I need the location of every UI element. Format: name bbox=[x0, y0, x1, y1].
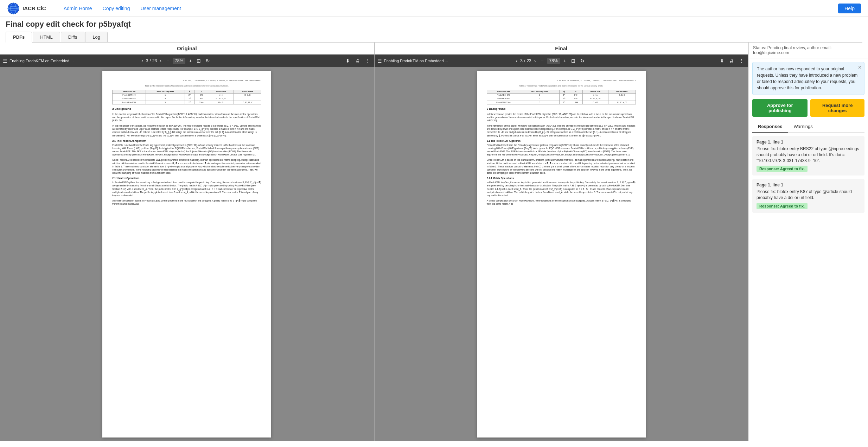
original-zoom: 78% bbox=[173, 58, 185, 64]
page-header: Final copy edit check for p5byafqt PDFs … bbox=[0, 17, 868, 43]
original-section-heading-2: 2.1.1 Matrix Operations bbox=[112, 177, 261, 180]
final-zoom: 78% bbox=[547, 58, 560, 64]
final-pdf-title: Enabling FrodoKEM on Embedded ... bbox=[384, 59, 512, 63]
final-zoom-out[interactable]: − bbox=[539, 57, 545, 64]
original-menu-icon[interactable]: ☰ bbox=[3, 58, 7, 64]
table-row: FrodoKEM-97632¹⁶976B · B*, E, S* bbox=[113, 97, 261, 101]
table-row: FrodoKEM-134452¹⁶1344Π × ΠC, E*, M, V bbox=[487, 101, 636, 104]
final-pdf-page: J. W. Bos, O. Bronchain, F. Casters, J. … bbox=[477, 71, 646, 438]
approve-button[interactable]: Approve for publishing bbox=[752, 99, 808, 117]
sidebar-tab-bar: Responses Warnings bbox=[752, 121, 864, 133]
final-section-text-1: In the remainder of this paper, we follo… bbox=[487, 124, 636, 137]
response-card-1: Page 1, line 1 Please fix: bibtex entry … bbox=[752, 179, 864, 213]
tab-diffs[interactable]: Diffs bbox=[61, 32, 85, 42]
original-section-text-4: In FrodoKEM.KeyGen, the secret key is fi… bbox=[112, 181, 261, 197]
final-table: Parameter set NIST security level q̃ n M… bbox=[487, 90, 636, 105]
tab-html[interactable]: HTML bbox=[33, 32, 60, 42]
response-tag-1: Response: Agreed to fix. bbox=[757, 203, 808, 209]
response-location-1: Page 1, line 1 bbox=[757, 183, 860, 187]
final-fit-icon[interactable]: ⊡ bbox=[570, 57, 577, 64]
original-next-page[interactable]: › bbox=[158, 57, 163, 64]
original-fit-icon[interactable]: ⊡ bbox=[195, 57, 202, 64]
response-location-0: Page 1, line 1 bbox=[757, 140, 860, 145]
original-pdf-content[interactable]: J. W. Bos, O. Bronchain, F. Casters, J. … bbox=[0, 67, 374, 441]
original-section-heading-0: 2 Background bbox=[112, 107, 261, 111]
original-section-text-0: In this section we provide the basics of… bbox=[112, 113, 261, 122]
final-next-page[interactable]: › bbox=[533, 57, 537, 64]
original-section-text-5: A similar computation occurs in FrodoKEM… bbox=[112, 199, 261, 205]
final-section-text-4: In FrodoKEM.KeyGen, the secret key is fi… bbox=[487, 181, 636, 197]
original-more-icon[interactable]: ⋮ bbox=[363, 57, 371, 64]
original-rotate-icon[interactable]: ↻ bbox=[204, 57, 211, 64]
sidebar-scroll[interactable]: Page 1, line 1 Please fix: bibtex entry … bbox=[749, 133, 868, 441]
final-section-text-3: Since FrodoKEM is based on the standard … bbox=[487, 158, 636, 174]
sidebar-notice: The author has now responded to your ori… bbox=[752, 62, 864, 95]
table-row: FrodoKEM-64012¹⁵640n × nB, E, S bbox=[487, 93, 636, 97]
final-authors: J. W. Bos, O. Bronchain, F. Casters, J. … bbox=[487, 79, 636, 82]
final-prev-page[interactable]: ‹ bbox=[515, 57, 519, 64]
response-text-0: Please fix: bibtex entry BRS22 of type @… bbox=[757, 146, 860, 164]
table-header-5: Matrix name bbox=[234, 90, 261, 93]
nav-links: Admin Home Copy editing User management bbox=[64, 6, 181, 11]
final-table-header-3: n bbox=[569, 90, 582, 93]
original-panel-header: Original bbox=[0, 43, 374, 55]
table-header-0: Parameter set bbox=[113, 90, 146, 93]
original-table-caption: Table 1: The relevant FrodoKEM parameter… bbox=[112, 85, 261, 87]
original-section-text-3: Since FrodoKEM is based on the standard … bbox=[112, 158, 261, 174]
sidebar-tab-warnings[interactable]: Warnings bbox=[788, 121, 818, 133]
tab-bar: PDFs HTML Diffs Log bbox=[6, 32, 862, 43]
tab-log[interactable]: Log bbox=[85, 32, 108, 42]
final-page-sep: / bbox=[524, 58, 525, 63]
table-header-3: n bbox=[194, 90, 208, 93]
tab-pdfs[interactable]: PDFs bbox=[6, 32, 32, 43]
original-page-total: 23 bbox=[152, 58, 157, 63]
globe-icon bbox=[7, 2, 20, 15]
table-header-1: NIST security level bbox=[146, 90, 185, 93]
final-page-info: ‹ 3 / 23 › bbox=[515, 57, 537, 64]
original-section-text-2: FrodoKEM is derived from the Frodo key a… bbox=[112, 143, 261, 156]
original-zoom-in[interactable]: + bbox=[187, 57, 193, 64]
table-header-4: Matrix size bbox=[208, 90, 234, 93]
final-table-header-2: q̃ bbox=[559, 90, 569, 93]
final-print-icon[interactable]: 🖨 bbox=[728, 57, 735, 64]
final-section-heading-0: 2 Background bbox=[487, 107, 636, 111]
final-table-header-5: Matrix name bbox=[608, 90, 636, 93]
original-page-current: 3 bbox=[146, 58, 148, 63]
final-panel-header: Final bbox=[375, 43, 748, 55]
final-pdf-content[interactable]: J. W. Bos, O. Bronchain, F. Casters, J. … bbox=[375, 67, 748, 441]
final-panel: Final ☰ Enabling FrodoKEM on Embedded ..… bbox=[375, 43, 748, 441]
original-print-icon[interactable]: 🖨 bbox=[353, 57, 361, 64]
sidebar-notice-close[interactable]: × bbox=[858, 64, 861, 71]
table-row: FrodoKEM-134452¹⁶1344Π × ΠC, E*, M, V bbox=[113, 101, 261, 104]
main-layout: Original ☰ Enabling FrodoKEM on Embedded… bbox=[0, 43, 868, 441]
original-zoom-out[interactable]: − bbox=[165, 57, 171, 64]
sidebar-notice-text: The author has now responded to your ori… bbox=[757, 66, 857, 90]
table-row: FrodoKEM-64012¹⁵640n × nB, E, S bbox=[113, 93, 261, 97]
final-table-caption: Table 1: The relevant FrodoKEM parameter… bbox=[487, 85, 636, 87]
final-section-text-2: FrodoKEM is derived from the Frodo key a… bbox=[487, 143, 636, 156]
nav-copy-editing[interactable]: Copy editing bbox=[103, 6, 130, 11]
final-zoom-in[interactable]: + bbox=[562, 57, 568, 64]
final-menu-icon[interactable]: ☰ bbox=[377, 58, 382, 64]
final-section-text-0: In this section we provide the basics of… bbox=[487, 113, 636, 122]
original-section-heading-1: 2.1 The FrodoKEM Algorithm bbox=[112, 139, 261, 142]
original-toolbar: ☰ Enabling FrodoKEM on Embedded ... ‹ 3 … bbox=[0, 55, 374, 67]
final-section-heading-2: 2.1.1 Matrix Operations bbox=[487, 177, 636, 180]
original-pdf-title: Enabling FrodoKEM on Embedded ... bbox=[9, 59, 138, 63]
nav-admin-home[interactable]: Admin Home bbox=[64, 6, 92, 11]
final-download-icon[interactable]: ⬇ bbox=[719, 57, 726, 64]
original-prev-page[interactable]: ‹ bbox=[140, 57, 145, 64]
final-rotate-icon[interactable]: ↻ bbox=[579, 57, 586, 64]
sidebar-actions: Approve for publishing Request more chan… bbox=[749, 95, 868, 121]
original-page-sep: / bbox=[150, 58, 151, 63]
original-download-icon[interactable]: ⬇ bbox=[344, 57, 351, 64]
top-nav: IACR CiC Admin Home Copy editing User ma… bbox=[0, 0, 868, 17]
final-toolbar: ☰ Enabling FrodoKEM on Embedded ... ‹ 3 … bbox=[375, 55, 748, 67]
help-button[interactable]: Help bbox=[838, 4, 861, 13]
nav-user-management[interactable]: User management bbox=[140, 6, 181, 11]
request-changes-button[interactable]: Request more changes bbox=[810, 99, 864, 117]
final-more-icon[interactable]: ⋮ bbox=[738, 57, 745, 64]
table-header-2: q̃ bbox=[185, 90, 195, 93]
right-sidebar: Status: Pending final review, author ema… bbox=[748, 43, 868, 441]
sidebar-tab-responses[interactable]: Responses bbox=[752, 121, 788, 133]
